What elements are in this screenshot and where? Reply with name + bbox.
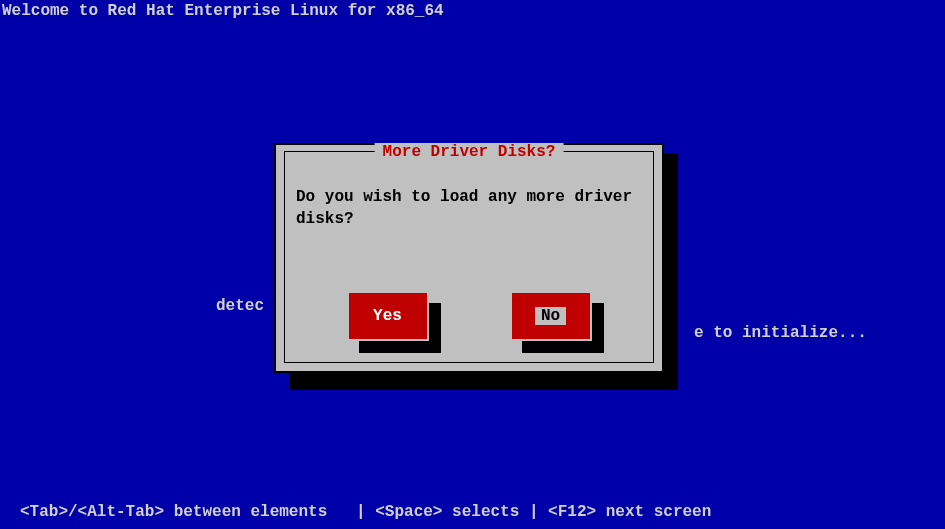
no-button[interactable]: No	[510, 291, 592, 341]
button-row: Yes No	[276, 291, 662, 341]
yes-button-label: Yes	[373, 307, 402, 325]
background-text-right: e to initialize...	[694, 324, 867, 342]
background-text-left: detec	[216, 297, 264, 315]
yes-button[interactable]: Yes	[347, 291, 429, 341]
welcome-header: Welcome to Red Hat Enterprise Linux for …	[2, 2, 444, 20]
driver-disk-dialog: More Driver Disks? Do you wish to load a…	[274, 143, 664, 373]
footer-hints: <Tab>/<Alt-Tab> between elements | <Spac…	[20, 503, 711, 521]
dialog-title: More Driver Disks?	[375, 143, 564, 161]
no-button-label: No	[535, 307, 566, 325]
dialog-message: Do you wish to load any more driver disk…	[296, 187, 642, 230]
